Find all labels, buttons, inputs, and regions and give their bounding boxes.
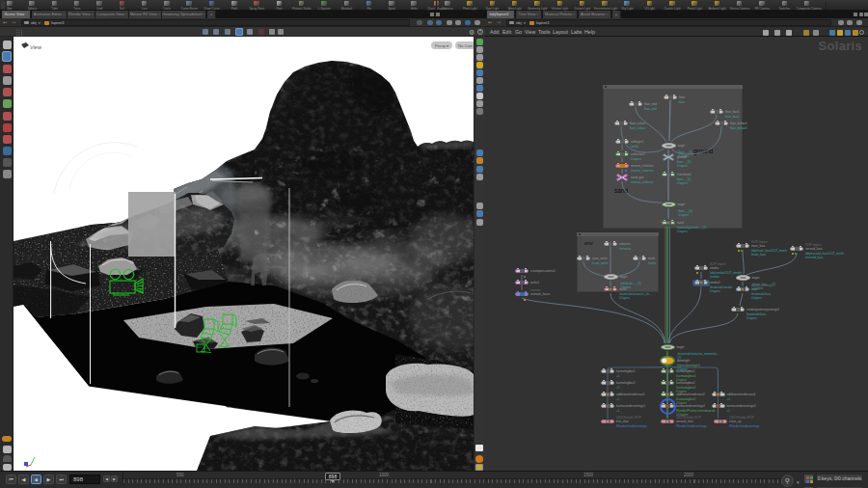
svg-text:No Cam ▾: No Cam ▾ bbox=[458, 43, 474, 48]
svg-text:View: View bbox=[30, 44, 42, 50]
svg-text:Persp ▾: Persp ▾ bbox=[435, 43, 449, 48]
